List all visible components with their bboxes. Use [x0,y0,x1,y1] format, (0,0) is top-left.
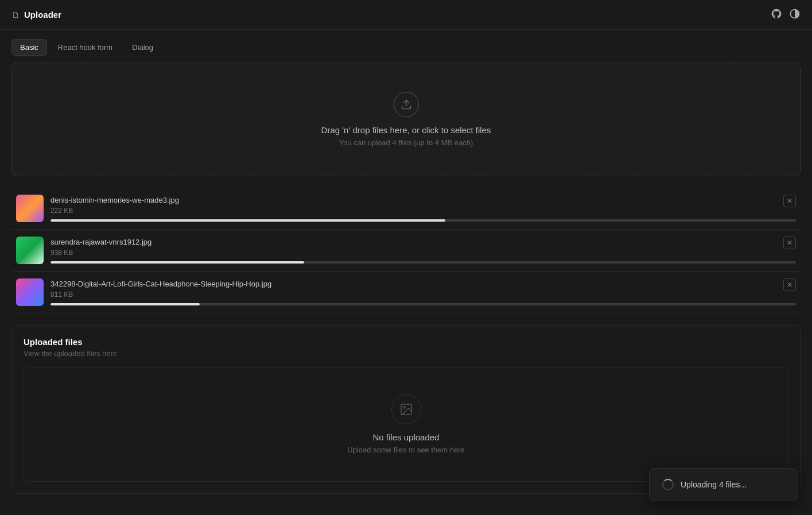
dropzone[interactable]: Drag 'n' drop files here, or click to se… [11,63,801,176]
progress-bar-fill-1 [50,219,445,222]
image-svg [399,402,413,416]
file-list: denis-istomin-memories-we-made3.jpg 222 … [11,188,801,313]
file-size-1: 222 KB [50,207,796,215]
thumb-gradient-1 [16,195,44,222]
theme-svg [789,8,801,20]
thumb-gradient-3 [16,278,44,306]
uploaded-files-title: Uploaded files [24,337,788,347]
file-info-3: 342298-Digital-Art-Lofi-Girls-Cat-Headph… [50,280,796,305]
file-size-3: 811 KB [50,291,796,299]
file-thumb-3 [16,278,44,306]
tab-react-hook-form[interactable]: React hook form [49,39,121,56]
app-header: 🗋 Uploader [0,0,812,30]
thumb-gradient-2 [16,237,44,264]
upload-icon [394,92,419,117]
uploaded-files-area: No files uploaded Upload some files to s… [24,367,788,482]
progress-bar-bg-2 [50,261,796,264]
document-icon: 🗋 [11,10,20,20]
progress-bar-bg-1 [50,219,796,222]
file-remove-button-1[interactable]: ✕ [783,195,796,207]
app-title: Uploader [24,10,61,20]
file-item-2: surendra-rajawat-vnrs1912.jpg 938 KB ✕ [11,230,801,272]
file-remove-button-2[interactable]: ✕ [783,237,796,249]
file-name-1: denis-istomin-memories-we-made3.jpg [50,196,796,204]
progress-bar-fill-3 [50,303,200,305]
dropzone-title: Drag 'n' drop files here, or click to se… [321,125,491,135]
tab-basic[interactable]: Basic [11,39,47,56]
file-info-1: denis-istomin-memories-we-made3.jpg 222 … [50,196,796,222]
file-item-3: 342298-Digital-Art-Lofi-Girls-Cat-Headph… [11,272,801,313]
uploaded-files-subtitle: View the uploaded files here [24,349,788,358]
upload-toast: Uploading 4 files... [649,468,798,501]
header-left: 🗋 Uploader [11,10,61,20]
toast-spinner [662,479,674,490]
progress-bar-fill-2 [50,261,304,264]
file-thumb-1 [16,195,44,222]
header-icons [771,8,801,21]
uploaded-empty-title: No files uploaded [373,432,440,442]
github-svg [771,8,782,20]
upload-svg [401,99,412,110]
file-remove-button-3[interactable]: ✕ [783,278,796,291]
file-item-1: denis-istomin-memories-we-made3.jpg 222 … [11,188,801,230]
uploaded-empty-sub: Upload some files to see them here [347,446,465,454]
file-info-2: surendra-rajawat-vnrs1912.jpg 938 KB [50,238,796,264]
github-icon[interactable] [771,8,782,21]
file-name-2: surendra-rajawat-vnrs1912.jpg [50,238,796,246]
file-size-2: 938 KB [50,249,796,257]
theme-toggle-icon[interactable] [789,8,801,21]
toast-text: Uploading 4 files... [681,480,747,489]
file-thumb-2 [16,237,44,264]
progress-bar-bg-3 [50,303,796,305]
file-name-3: 342298-Digital-Art-Lofi-Girls-Cat-Headph… [50,280,796,288]
tab-bar: Basic React hook form Dialog [0,30,812,63]
tab-dialog[interactable]: Dialog [123,39,162,56]
svg-point-2 [403,406,405,408]
uploaded-empty-icon [391,394,421,424]
dropzone-subtitle: You can upload 4 files (up to 4 MB each) [339,138,473,147]
